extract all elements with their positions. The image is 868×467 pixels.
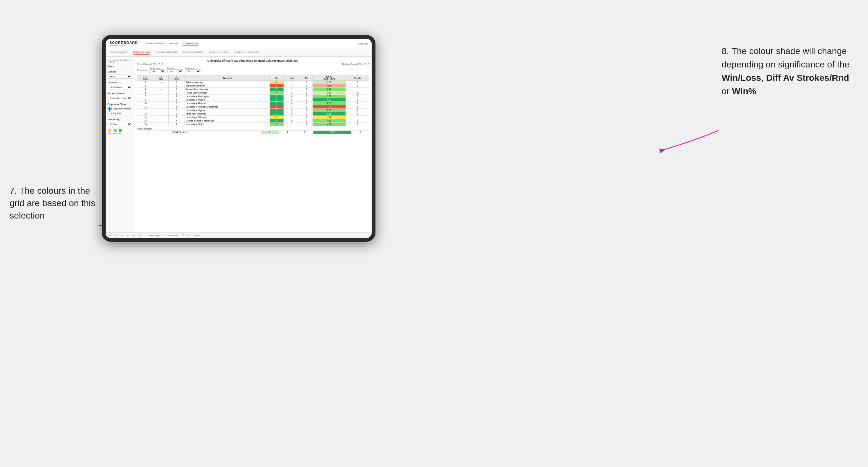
- school-select[interactable]: 1. University of Nort...: [107, 96, 132, 100]
- sign-out[interactable]: Sign out: [359, 42, 368, 45]
- tab-player-h2h-grid[interactable]: PLAYER H2H GRID: [209, 50, 229, 55]
- table-row: 2 - 1 Auburn University 2 1 0 1.67 9: [137, 81, 369, 84]
- cell-rank: 6: [137, 91, 154, 94]
- cell-rank: 16: [137, 122, 154, 126]
- cell-win: 5: [270, 88, 283, 91]
- region-select[interactable]: (All): [167, 69, 183, 73]
- grid-title: University of North Carolina Head-to-Hea…: [137, 59, 369, 62]
- radio-opponents-played[interactable]: Opponents Played: [107, 106, 132, 111]
- tab-player-h2h-heatmap[interactable]: PLAYER H2H HEATMAP: [234, 50, 258, 55]
- grid-subtitle: Overall Record: 89 - 17 - 0 Division Rec…: [137, 63, 369, 65]
- cell-loss: 0: [284, 94, 300, 98]
- conference-select[interactable]: (All): [150, 69, 165, 73]
- gender-select[interactable]: Men's: [107, 74, 132, 79]
- timer-btn[interactable]: ⏱: [138, 234, 142, 237]
- cell-loss: 1: [284, 122, 300, 126]
- view-original-btn[interactable]: View: Original: [148, 234, 162, 237]
- tab-team-h2h-heatmap[interactable]: TEAM H2H HEATMAP: [155, 50, 178, 55]
- cell-rounds: [346, 116, 369, 119]
- cell-rank: 13: [137, 112, 154, 116]
- nav-links: TOURNAMENTS TEAMS COMMITTEE: [146, 41, 198, 46]
- school-label: School (Rank): [107, 92, 132, 95]
- table-row: 4 - 1 Arizona State University 5 1 0 2.2…: [137, 88, 369, 91]
- cell-diff: 9.00: [312, 98, 346, 101]
- cell-win: 1: [270, 98, 283, 101]
- opponent-filter: Opponent (All): [185, 67, 201, 73]
- cell-diff: 1.83: [312, 91, 346, 94]
- conference-label: Conference: [150, 67, 165, 69]
- colour-by-section: Colour by Win/loss: [107, 118, 132, 126]
- cell-rank: 15: [137, 119, 154, 122]
- cell-win: 3: [270, 112, 283, 116]
- share-btn[interactable]: Share: [193, 234, 200, 237]
- legend-up: Up: [119, 129, 122, 134]
- filter-row: Opponents: Conference (All) Region (All): [137, 67, 369, 73]
- cell-opponent: University of Florida: [185, 122, 270, 126]
- cut-btn[interactable]: ✂: [132, 234, 136, 237]
- ood-conf: [160, 130, 172, 134]
- cell-win: 0: [270, 84, 283, 88]
- cell-rounds: 3: [346, 94, 369, 98]
- back-btn[interactable]: ◁: [120, 234, 124, 237]
- cell-tie: 0: [300, 91, 312, 94]
- cell-opponent: Vanderbilt University: [185, 84, 270, 88]
- tab-player-summary[interactable]: PLAYER SUMMARY: [183, 50, 204, 55]
- redo-btn[interactable]: ↪: [114, 234, 118, 237]
- nav-committee[interactable]: COMMITTEE: [183, 41, 198, 46]
- cell-conf: 6: [168, 105, 185, 108]
- main-content: Last Updated: 27/03/2024 16:55:38 Team G…: [106, 57, 372, 232]
- cell-diff: 2.61: [312, 101, 346, 105]
- col-opponent: Opponent: [185, 75, 270, 81]
- radio-top100[interactable]: Top 100: [107, 111, 132, 116]
- grid-content: University of North Carolina Head-to-Hea…: [134, 57, 372, 232]
- cell-tie: 0: [300, 94, 312, 98]
- cell-tie: 0: [300, 122, 312, 126]
- team-section: Team: [107, 65, 132, 68]
- comment-btn[interactable]: 💬: [181, 234, 185, 237]
- cell-opponent: University of Oklahoma: [185, 116, 270, 119]
- grid-btn[interactable]: ⊞: [187, 234, 191, 237]
- tab-team-summary[interactable]: TEAM SUMMARY: [110, 50, 128, 55]
- cell-loss: 0: [284, 112, 300, 116]
- colour-by-label: Colour by: [107, 118, 132, 121]
- colour-by-select[interactable]: Win/loss: [107, 122, 132, 126]
- cell-rank: 10: [137, 101, 154, 105]
- ood-win: 1: [261, 130, 278, 134]
- watch-btn[interactable]: 👁 Watch ▾: [167, 234, 178, 237]
- cell-rank: 12: [137, 108, 154, 112]
- opponents-filter-label: Opponents:: [137, 69, 148, 71]
- cell-win: 2: [270, 116, 283, 119]
- opponent-select[interactable]: (All): [185, 69, 201, 73]
- cell-win: 3: [270, 101, 283, 105]
- cell-tie: 0: [300, 108, 312, 112]
- region-filter: Region (All): [167, 67, 183, 73]
- annotation-right-prefix: 8. The colour shade will change dependin…: [722, 46, 849, 69]
- out-of-division-header: Out of division: [137, 126, 369, 130]
- col-diff: Diff AvStrokes/Rnd: [312, 75, 346, 81]
- cell-win: 3: [270, 122, 283, 126]
- legend-down: Down: [107, 129, 112, 134]
- annotation-left: 7. The colours in the grid are based on …: [9, 185, 99, 222]
- cell-win: 1: [270, 108, 283, 112]
- cell-conf: 1: [168, 112, 185, 116]
- cell-loss: 0: [284, 101, 300, 105]
- undo-btn[interactable]: ↩: [108, 234, 112, 237]
- timestamp: Last Updated: 27/03/2024 16:55:38: [107, 59, 132, 63]
- crop-btn[interactable]: ⊡: [126, 234, 130, 237]
- nav-teams[interactable]: TEAMS: [169, 41, 179, 46]
- cell-rank: 3: [137, 84, 154, 88]
- cell-rank: 4: [137, 88, 154, 91]
- cell-diff: 4.62: [312, 122, 346, 126]
- annotation-winpct: Win%: [732, 86, 756, 96]
- nav-tournaments[interactable]: TOURNAMENTS: [146, 41, 165, 46]
- cell-rounds: 2: [346, 98, 369, 101]
- cell-opponent: University of Alabama: [185, 101, 270, 105]
- opponent-view-section: Opponent View Opponents Played Top 100: [107, 103, 132, 116]
- cell-opponent: Texas Tech University: [185, 112, 270, 116]
- cell-loss: 2: [284, 91, 300, 94]
- cell-rounds: 9: [346, 81, 369, 84]
- legend: Down Level Up: [107, 129, 132, 134]
- cell-opponent: Arizona State University: [185, 88, 270, 91]
- tab-team-h2h-grid[interactable]: TEAM H2H GRID: [133, 50, 150, 55]
- division-select[interactable]: NCAA Division I: [107, 85, 132, 89]
